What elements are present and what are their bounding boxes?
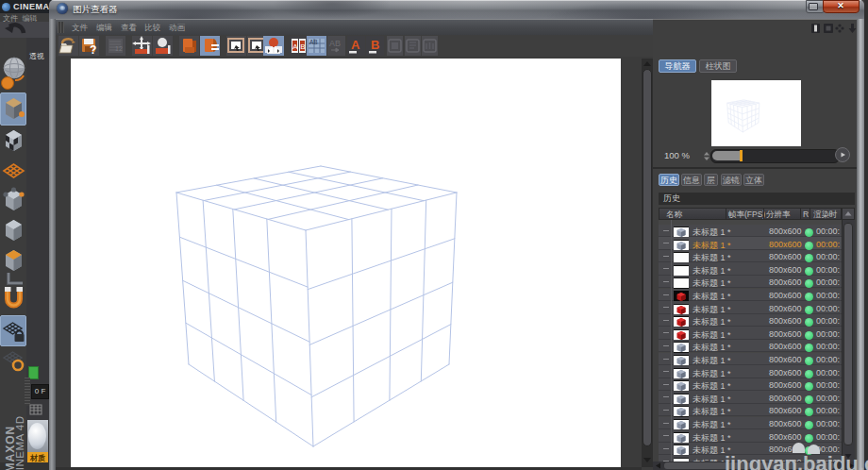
svg-text:B: B — [371, 38, 379, 52]
svg-text:12: 12 — [115, 45, 123, 52]
svg-text:AB: AB — [309, 39, 318, 45]
svg-text:AB: AB — [329, 39, 341, 48]
svg-text:?: ? — [90, 43, 96, 56]
svg-text:B: B — [300, 42, 305, 51]
svg-text:A: A — [292, 42, 298, 51]
svg-text:A: A — [351, 38, 360, 52]
